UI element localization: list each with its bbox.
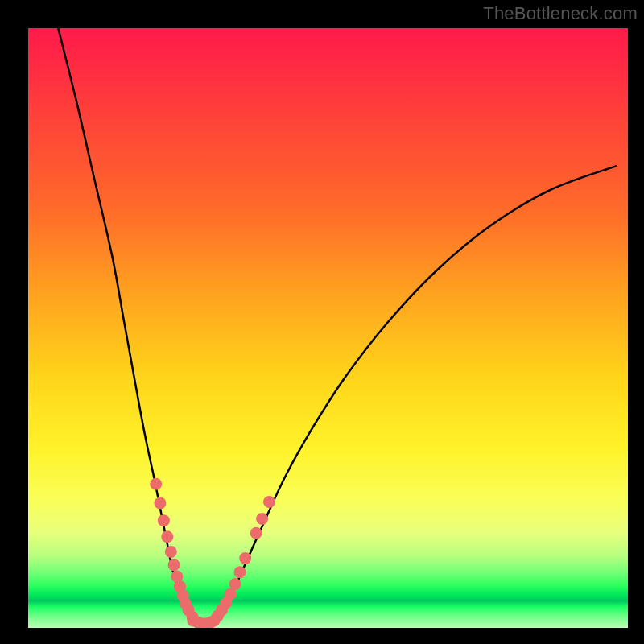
data-marker <box>168 559 180 571</box>
data-marker <box>233 566 246 578</box>
data-marker <box>165 546 177 558</box>
data-marker <box>229 578 242 590</box>
data-markers <box>150 478 275 628</box>
watermark-text: TheBottleneck.com <box>483 3 638 24</box>
data-marker <box>154 497 166 510</box>
data-marker <box>239 552 251 564</box>
data-marker <box>250 527 262 539</box>
data-marker <box>158 514 170 526</box>
data-marker <box>263 496 275 508</box>
data-marker <box>161 530 173 543</box>
chart-frame: TheBottleneck.com <box>0 0 644 644</box>
data-marker <box>171 570 183 582</box>
data-marker <box>150 478 162 490</box>
bottleneck-curve <box>58 28 616 624</box>
data-marker <box>256 513 268 525</box>
chart-svg <box>28 28 628 628</box>
